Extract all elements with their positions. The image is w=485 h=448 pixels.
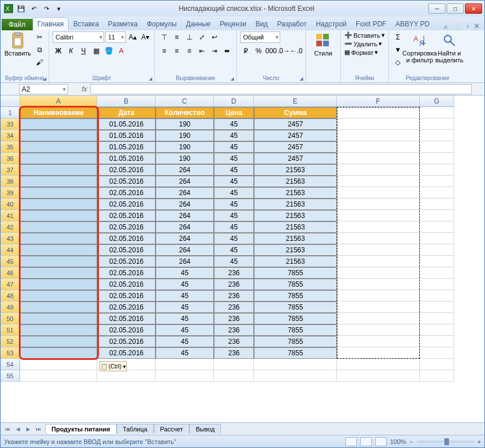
cell[interactable]: 45 <box>214 130 254 141</box>
cell[interactable]: 01.05.2016 <box>97 141 156 153</box>
column-header[interactable]: F <box>337 96 420 107</box>
decrease-decimal-button[interactable]: ←.0 <box>291 45 302 57</box>
cell[interactable]: 02.05.2016 <box>97 336 156 347</box>
cell[interactable]: 45 <box>214 244 254 256</box>
cell[interactable]: 21563 <box>254 233 337 244</box>
cell[interactable]: 7855 <box>254 290 337 302</box>
cell[interactable] <box>337 221 420 233</box>
orientation-button[interactable]: ⤢ <box>196 31 208 43</box>
cell[interactable] <box>337 176 420 187</box>
cell[interactable]: 264 <box>156 210 214 221</box>
cell[interactable]: 45 <box>156 279 214 290</box>
minimize-button[interactable]: ─ <box>428 3 446 14</box>
row-header[interactable]: 54 <box>1 359 20 370</box>
cell[interactable] <box>337 199 420 210</box>
cell[interactable]: 01.05.2016 <box>97 153 156 164</box>
cell[interactable]: 264 <box>156 256 214 267</box>
cell[interactable]: 264 <box>156 176 214 187</box>
cell[interactable]: 236 <box>214 302 254 313</box>
cell-selected[interactable] <box>20 210 97 221</box>
cell[interactable]: 264 <box>156 164 214 176</box>
fill-color-button[interactable]: 🪣 <box>103 45 114 57</box>
cell[interactable]: 236 <box>214 290 254 302</box>
cell[interactable]: 2457 <box>254 118 337 130</box>
cell[interactable]: 21563 <box>254 199 337 210</box>
cell[interactable]: 45 <box>214 164 254 176</box>
cell[interactable]: 264 <box>156 244 214 256</box>
cell-selected[interactable] <box>20 267 97 279</box>
cell[interactable]: 21563 <box>254 256 337 267</box>
row-header[interactable]: 41 <box>1 210 20 221</box>
cell[interactable] <box>420 130 454 141</box>
underline-button[interactable]: Ч <box>78 45 89 57</box>
row-header[interactable]: 42 <box>1 221 20 233</box>
cell[interactable] <box>337 256 420 267</box>
sheet-nav-next[interactable]: ▶ <box>23 425 33 434</box>
sort-filter-button[interactable]: АЯ Сортировка и фильтр <box>406 31 434 64</box>
cell[interactable]: 236 <box>214 267 254 279</box>
sheet-tab[interactable]: Таблица <box>117 424 154 434</box>
cell[interactable] <box>337 130 420 141</box>
cell[interactable] <box>420 187 454 199</box>
sheet-nav-first[interactable]: ⏮ <box>3 425 12 434</box>
row-header[interactable]: 48 <box>1 290 20 302</box>
cell-selected[interactable] <box>20 164 97 176</box>
cell[interactable]: 02.05.2016 <box>97 302 156 313</box>
cell[interactable]: 21563 <box>254 210 337 221</box>
percent-button[interactable]: % <box>253 45 264 57</box>
cell[interactable]: 190 <box>156 153 214 164</box>
insert-cells-button[interactable]: ➕Вставить ▾ <box>344 31 385 39</box>
page-layout-view-button[interactable] <box>360 437 372 446</box>
cell[interactable]: 45 <box>156 290 214 302</box>
row-header[interactable]: 49 <box>1 302 20 313</box>
cell[interactable]: 02.05.2016 <box>97 279 156 290</box>
cell-selected[interactable] <box>20 153 97 164</box>
cell[interactable]: 7855 <box>254 302 337 313</box>
cell[interactable] <box>420 176 454 187</box>
comma-button[interactable]: 000 <box>265 45 277 57</box>
undo-button[interactable]: ↶ <box>28 3 39 14</box>
sheet-nav-last[interactable]: ⏭ <box>34 425 43 434</box>
tab-layout[interactable]: Разметка <box>104 18 142 30</box>
cell[interactable]: 02.05.2016 <box>97 233 156 244</box>
styles-button[interactable]: Стили <box>309 31 337 57</box>
maximize-button[interactable]: □ <box>447 3 464 14</box>
row-header[interactable]: 33 <box>1 118 20 130</box>
cell[interactable] <box>20 370 97 382</box>
font-name-combo[interactable]: Calibri <box>53 31 104 43</box>
cell[interactable] <box>254 359 337 370</box>
cell[interactable] <box>337 324 420 336</box>
cell[interactable]: 45 <box>214 187 254 199</box>
cell[interactable] <box>420 302 454 313</box>
delete-cells-button[interactable]: ➖Удалить ▾ <box>344 40 382 47</box>
ribbon-minimize-icon[interactable]: ▵ <box>444 22 448 30</box>
cell-selected[interactable] <box>20 336 97 347</box>
cell[interactable]: 45 <box>214 221 254 233</box>
cell-selected[interactable] <box>20 256 97 267</box>
cell[interactable] <box>420 221 454 233</box>
cell[interactable] <box>420 153 454 164</box>
tab-addins[interactable]: Надстрой <box>311 18 351 30</box>
row-header[interactable]: 35 <box>1 141 20 153</box>
cell[interactable]: 190 <box>156 118 214 130</box>
row-header[interactable]: 50 <box>1 313 20 324</box>
cell[interactable]: 2457 <box>254 141 337 153</box>
window-close-icon[interactable]: ✕ <box>474 22 480 30</box>
column-header[interactable]: G <box>420 96 454 107</box>
cell[interactable] <box>337 267 420 279</box>
cell[interactable]: 236 <box>214 347 254 359</box>
format-cells-button[interactable]: ▦Формат ▾ <box>344 49 378 56</box>
worksheet-grid[interactable]: ABCDEFG1НаименованиеДатаКоличествоЦенаСу… <box>1 96 484 422</box>
cell[interactable]: 02.05.2016 <box>97 347 156 359</box>
page-break-view-button[interactable] <box>375 437 387 446</box>
align-center-button[interactable]: ≡ <box>171 45 182 57</box>
row-header[interactable]: 53 <box>1 347 20 359</box>
cell-selected[interactable] <box>20 279 97 290</box>
column-header[interactable]: C <box>156 96 214 107</box>
cell[interactable] <box>337 107 420 118</box>
tab-review[interactable]: Рецензи <box>215 18 251 30</box>
cell[interactable]: 21563 <box>254 221 337 233</box>
column-header[interactable]: D <box>214 96 254 107</box>
cell[interactable] <box>420 164 454 176</box>
cell[interactable]: 190 <box>156 130 214 141</box>
